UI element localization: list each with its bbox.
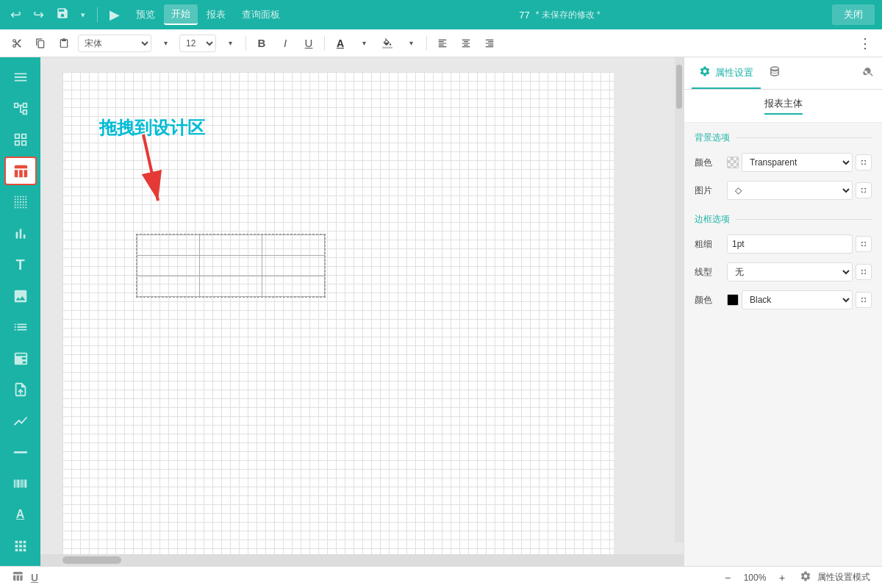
font-color-button[interactable]: A (331, 34, 350, 53)
font-family-dropdown[interactable]: ▾ (156, 34, 175, 53)
border-color-expand-button[interactable] (856, 292, 872, 308)
undo-button[interactable]: ↩ (7, 5, 24, 24)
close-button[interactable]: 关闭 (832, 4, 875, 25)
border-color-swatch[interactable] (727, 294, 739, 306)
line-type-expand-button[interactable] (856, 264, 872, 280)
vertical-scrollbar[interactable] (675, 57, 684, 542)
bg-color-expand-button[interactable] (856, 154, 872, 171)
font-size-dropdown[interactable]: ▾ (220, 34, 240, 53)
cut-button[interactable] (7, 34, 26, 53)
align-left-button[interactable] (433, 34, 452, 53)
sidebar-grid-wide-item[interactable] (4, 126, 37, 154)
sidebar-gauge-item[interactable] (4, 438, 37, 466)
paste-button[interactable] (54, 34, 74, 53)
right-panel: 属性设置 报表主体 背景选项 颜色 (684, 57, 882, 566)
underline-button[interactable]: U (299, 34, 318, 53)
sidebar-table-item[interactable] (4, 157, 37, 185)
copy-button[interactable] (31, 34, 50, 53)
zoom-out-button[interactable]: − (720, 570, 735, 585)
right-panel-tabs: 属性设置 (684, 57, 882, 90)
nav-preview[interactable]: 预览 (129, 5, 162, 24)
play-preview-button[interactable]: ▶ (107, 5, 123, 24)
nav-query-panel[interactable]: 查询面板 (234, 5, 287, 24)
font-family-select[interactable]: 宋体 (78, 35, 151, 52)
panel-search-button[interactable] (863, 66, 875, 81)
sidebar-file-item[interactable] (4, 376, 37, 404)
sidebar-apps-item[interactable] (4, 531, 37, 559)
line-type-control: 无 (727, 262, 872, 282)
zoom-in-button[interactable]: + (775, 570, 789, 585)
border-width-input[interactable]: 1pt (727, 234, 853, 254)
save-button[interactable] (53, 5, 72, 25)
zoom-level: 100% (741, 573, 769, 583)
nav-start[interactable]: 开始 (164, 4, 198, 25)
align-center-button[interactable] (456, 34, 476, 53)
border-width-row: 粗细 1pt (684, 230, 882, 258)
sidebar-text-a-item[interactable]: A (4, 501, 37, 528)
drag-hint-text: 拖拽到设计区 (99, 116, 205, 140)
image-control: ◇ (727, 181, 872, 200)
unsaved-label: * 未保存的修改 * (536, 9, 600, 21)
bold-button[interactable]: B (252, 34, 271, 53)
tab-properties[interactable]: 属性设置 (692, 57, 761, 89)
canvas-scroll-area[interactable]: 拖拽到设计区 (40, 57, 684, 554)
image-select[interactable]: ◇ (727, 181, 853, 200)
bg-color-swatch[interactable] (727, 157, 739, 168)
table-cell (200, 235, 262, 256)
fill-dropdown[interactable]: ▾ (401, 34, 420, 53)
divider-3 (324, 36, 325, 51)
canvas-area: 拖拽到设计区 (40, 57, 684, 566)
bg-color-row: 颜色 Transparent (684, 148, 882, 176)
sidebar-table2-item[interactable] (4, 345, 37, 373)
sidebar-text-item[interactable]: T (4, 251, 37, 279)
nav-report[interactable]: 报表 (199, 5, 233, 24)
border-color-select[interactable]: Black (742, 290, 853, 309)
right-panel-content: 报表主体 背景选项 颜色 Transparent (684, 90, 882, 566)
border-width-expand-button[interactable] (856, 236, 872, 252)
database-icon (768, 65, 781, 81)
svg-rect-0 (13, 451, 26, 453)
divider-2 (245, 36, 246, 51)
left-sidebar: T A (0, 57, 40, 566)
font-color-dropdown[interactable]: ▾ (354, 34, 373, 53)
design-canvas[interactable]: 拖拽到设计区 (62, 72, 614, 554)
align-right-button[interactable] (480, 34, 499, 53)
vscroll-thumb[interactable] (676, 65, 682, 109)
hscroll-thumb[interactable] (62, 556, 121, 564)
table-cell (137, 256, 200, 276)
table-preview (136, 234, 326, 298)
line-type-select[interactable]: 无 (727, 262, 853, 282)
image-expand-button[interactable] (856, 182, 872, 198)
bottom-bar: U − 100% + 属性设置模式 (0, 566, 882, 588)
sidebar-menu-button[interactable] (4, 63, 37, 91)
image-row: 图片 ◇ (684, 176, 882, 204)
toolbar: 宋体 ▾ 12 ▾ B I U A ▾ ▾ ⋮ (0, 29, 882, 57)
table-cell (137, 276, 200, 297)
sidebar-dots-grid-item[interactable] (4, 188, 37, 216)
sidebar-barcode-item[interactable] (4, 469, 37, 497)
settings-mode-label: 属性设置模式 (817, 571, 870, 584)
bg-color-select[interactable]: Transparent (742, 153, 853, 172)
sidebar-list-item[interactable] (4, 313, 37, 341)
more-button[interactable]: ⋮ (856, 34, 875, 53)
save-dropdown-button[interactable]: ▾ (78, 9, 88, 21)
font-size-select[interactable]: 12 (179, 35, 216, 52)
border-options-header: 边框选项 (684, 204, 882, 230)
tab-properties-label: 属性设置 (715, 66, 753, 79)
sidebar-bar-chart-item[interactable] (4, 220, 37, 248)
sidebar-line-chart-item[interactable] (4, 406, 37, 434)
border-width-control: 1pt (727, 234, 872, 254)
italic-button[interactable]: I (276, 34, 295, 53)
svg-line-2 (143, 135, 158, 201)
table-cell (200, 256, 262, 276)
sidebar-hierarchy-item[interactable] (4, 94, 37, 122)
horizontal-scrollbar[interactable] (40, 554, 684, 566)
top-bar: ↩ ↪ ▾ ▶ 预览 开始 报表 查询面板 77 * 未保存的修改 * 关闭 (0, 0, 882, 29)
gear-icon (699, 65, 711, 80)
report-theme-label: 报表主体 (764, 97, 803, 115)
tab-data[interactable] (761, 57, 789, 89)
table-cell (262, 276, 325, 297)
redo-button[interactable]: ↪ (30, 5, 47, 24)
fill-button[interactable] (378, 34, 397, 53)
sidebar-image-item[interactable] (4, 282, 37, 310)
